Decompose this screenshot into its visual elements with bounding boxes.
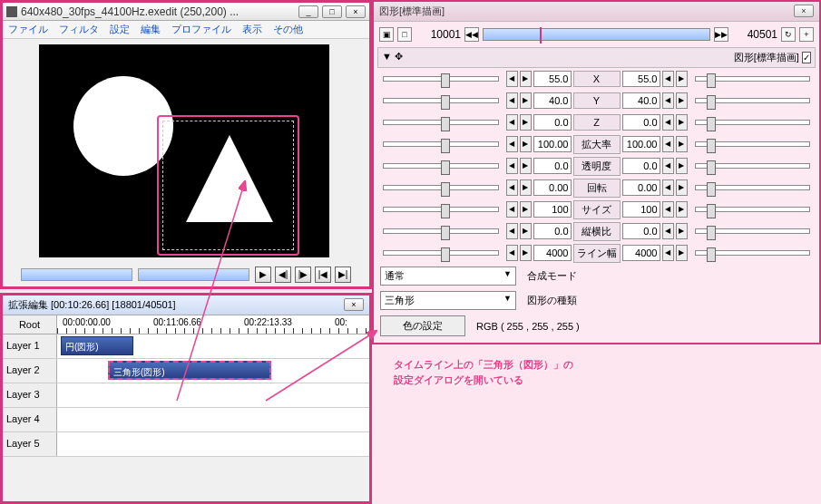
layer-1-track[interactable]: 円(図形) [57,334,369,358]
go-start-button[interactable]: |◀ [315,267,331,283]
menu-profile[interactable]: プロファイル [171,23,231,36]
slider-left[interactable] [383,120,499,125]
slider-right[interactable] [695,185,811,190]
root-button[interactable]: Root [3,315,57,334]
inc-left-button[interactable]: ▶ [520,245,532,261]
property-label[interactable]: サイズ [573,200,621,219]
triangle-selection[interactable] [157,115,299,256]
timeline-close-button[interactable]: × [344,298,364,311]
inc-left-button[interactable]: ▶ [520,136,532,152]
property-label[interactable]: Z [573,114,621,131]
slider-right[interactable] [695,98,811,103]
dec-left-button[interactable]: ◀ [506,114,518,131]
inc-left-button[interactable]: ▶ [520,114,532,131]
layer-5-track[interactable] [57,432,369,456]
value-right[interactable]: 40.0 [622,92,660,109]
value-left[interactable]: 40.0 [533,92,572,109]
step-forward-button[interactable]: |▶ [295,267,311,283]
dec-right-button[interactable]: ◀ [662,114,674,131]
slider-right[interactable] [695,228,811,234]
seek-bar-1[interactable] [21,268,132,281]
inc-right-button[interactable]: ▶ [676,245,688,261]
menu-file[interactable]: ファイル [8,23,48,36]
value-right[interactable]: 0.0 [622,223,660,239]
property-label[interactable]: Y [573,92,621,109]
value-left[interactable]: 0.0 [533,158,572,174]
menu-other[interactable]: その他 [273,23,303,36]
slider-left[interactable] [383,228,499,234]
inc-right-button[interactable]: ▶ [676,114,688,131]
inc-left-button[interactable]: ▶ [520,223,532,239]
value-right[interactable]: 55.0 [622,71,660,87]
section-header[interactable]: ▼ ✥ 図形[標準描画] ✓ [377,47,816,68]
value-right[interactable]: 100.00 [622,136,660,152]
add-button[interactable]: + [799,27,814,42]
section-checkbox[interactable]: ✓ [802,52,811,63]
value-left[interactable]: 55.0 [533,71,572,87]
preview-canvas[interactable] [39,44,329,257]
value-left[interactable]: 4000 [533,245,572,261]
layer-3-track[interactable] [57,383,369,407]
value-left[interactable]: 100.00 [533,136,572,152]
dec-left-button[interactable]: ◀ [506,92,518,109]
slider-left[interactable] [383,185,499,190]
slider-left[interactable] [383,98,499,103]
layer-5-label[interactable]: Layer 5 [3,432,57,456]
frame-slider[interactable] [483,28,710,41]
dec-right-button[interactable]: ◀ [662,179,674,196]
go-end-button[interactable]: ▶| [335,267,351,283]
inc-left-button[interactable]: ▶ [520,158,532,174]
property-label[interactable]: 回転 [573,179,621,198]
inc-right-button[interactable]: ▶ [676,136,688,152]
slider-right[interactable] [695,76,811,82]
inc-left-button[interactable]: ▶ [520,92,532,109]
color-settings-button[interactable]: 色の設定 [380,315,465,336]
close-button[interactable]: × [346,5,366,18]
slider-left[interactable] [383,76,499,82]
property-label[interactable]: X [573,71,621,87]
layer-3-label[interactable]: Layer 3 [3,383,57,407]
inc-right-button[interactable]: ▶ [676,158,688,174]
inc-right-button[interactable]: ▶ [676,71,688,87]
ruler-ticks[interactable]: 00:00:00.00 00:11:06.66 00:22:13.33 00: [57,315,369,334]
property-label[interactable]: 拡大率 [573,135,621,154]
dec-left-button[interactable]: ◀ [506,158,518,174]
value-left[interactable]: 0.0 [533,114,572,131]
property-close-button[interactable]: × [794,5,814,17]
slider-left[interactable] [383,207,499,212]
dec-right-button[interactable]: ◀ [662,201,674,218]
property-label[interactable]: 縦横比 [573,222,621,241]
dec-right-button[interactable]: ◀ [662,245,674,261]
inc-right-button[interactable]: ▶ [676,223,688,239]
layer-2-label[interactable]: Layer 2 [3,359,57,383]
value-right[interactable]: 4000 [622,245,660,261]
dec-left-button[interactable]: ◀ [506,71,518,87]
inc-left-button[interactable]: ▶ [520,71,532,87]
inc-left-button[interactable]: ▶ [520,201,532,218]
value-left[interactable]: 100 [533,201,572,218]
dec-left-button[interactable]: ◀ [506,179,518,196]
slider-left[interactable] [383,163,499,169]
value-left[interactable]: 0.0 [533,223,572,239]
slider-right[interactable] [695,141,811,147]
layer-4-track[interactable] [57,408,369,431]
inc-right-button[interactable]: ▶ [676,201,688,218]
dec-right-button[interactable]: ◀ [662,223,674,239]
dec-right-button[interactable]: ◀ [662,158,674,174]
refresh-icon[interactable]: ↻ [781,27,796,42]
step-back-button[interactable]: ◀| [275,267,291,283]
dec-left-button[interactable]: ◀ [506,245,518,261]
shape-type-combo[interactable]: 三角形▼ [380,291,516,310]
play-button[interactable]: ▶ [255,267,271,283]
value-right[interactable]: 0.0 [622,158,660,174]
nav-icon-1[interactable]: ▣ [379,27,394,42]
value-left[interactable]: 0.00 [533,179,572,196]
maximize-button[interactable]: □ [322,5,342,18]
clip-circle[interactable]: 円(図形) [61,336,133,355]
slider-left[interactable] [383,141,499,147]
inc-right-button[interactable]: ▶ [676,92,688,109]
dec-right-button[interactable]: ◀ [662,136,674,152]
seek-bar-2[interactable] [138,268,249,281]
inc-left-button[interactable]: ▶ [520,179,532,196]
layer-4-label[interactable]: Layer 4 [3,408,57,431]
